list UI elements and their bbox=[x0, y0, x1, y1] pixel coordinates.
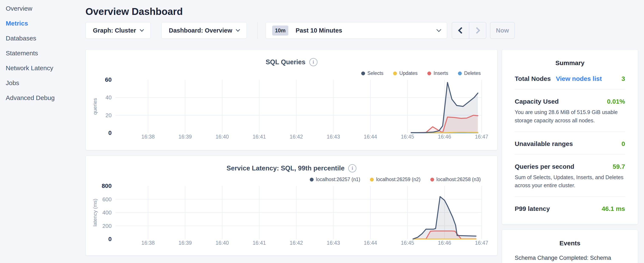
divider bbox=[515, 196, 625, 197]
events-panel: Events Schema Change Completed: Schema c… bbox=[502, 229, 638, 263]
x-tick-label: 16:46 bbox=[438, 134, 451, 140]
legend-label: localhost:26257 (n1) bbox=[316, 177, 360, 182]
content: SQL Queries i SelectsUpdatesInsertsDelet… bbox=[86, 49, 644, 263]
dashboard-dropdown[interactable]: Dashboard: Overview bbox=[161, 22, 247, 39]
sidebar-item-databases[interactable]: Databases bbox=[6, 35, 86, 42]
app-root: Overview Metrics Databases Statements Ne… bbox=[0, 0, 644, 263]
legend-item: localhost:26257 (n1) bbox=[310, 177, 360, 182]
summary-label: P99 latency bbox=[515, 205, 550, 212]
y-tick-label: 400 bbox=[102, 209, 112, 216]
legend-dot-icon bbox=[361, 72, 365, 75]
x-tick-label: 16:41 bbox=[252, 134, 266, 140]
chart-title: Service Latency: SQL, 99th percentile bbox=[227, 164, 345, 172]
chevron-right-icon bbox=[474, 27, 480, 34]
y-tick-label: 20 bbox=[106, 112, 112, 119]
legend-dot-icon bbox=[393, 72, 397, 75]
time-range-selector[interactable]: 10m Past 10 Minutes bbox=[266, 22, 447, 39]
sidebar-item-overview[interactable]: Overview bbox=[6, 5, 86, 12]
x-tick-label: 16:46 bbox=[438, 240, 451, 246]
x-tick-label: 16:41 bbox=[252, 240, 266, 246]
summary-description: You are using 28.6 MiB of 515.9 GiB usab… bbox=[515, 108, 625, 125]
chart-plot-sql-queries[interactable]: 16:3816:3916:4016:4116:4216:4316:4416:45… bbox=[86, 76, 498, 141]
divider bbox=[515, 154, 625, 154]
summary-label: Unavailable ranges bbox=[515, 140, 573, 147]
chart-card-service-latency: Service Latency: SQL, 99th percentile i … bbox=[86, 156, 498, 255]
summary-row-total-nodes: Total Nodes View nodes list 3 bbox=[515, 75, 625, 82]
legend-item: localhost:26259 (n2) bbox=[370, 177, 420, 182]
y-tick-label: 40 bbox=[106, 94, 112, 101]
graph-dropdown[interactable]: Graph: Cluster bbox=[86, 22, 151, 39]
legend-item: localhost:26258 (n3) bbox=[430, 177, 481, 182]
y-tick-label: 0 bbox=[108, 236, 112, 242]
x-tick-label: 16:43 bbox=[327, 134, 340, 140]
summary-label: Queries per second bbox=[515, 163, 574, 170]
summary-value: 3 bbox=[622, 75, 625, 82]
summary-label: Total Nodes bbox=[515, 75, 551, 82]
legend-dot-icon bbox=[310, 178, 314, 181]
chart-plot-service-latency[interactable]: 16:3816:3916:4016:4116:4216:4316:4416:45… bbox=[86, 182, 498, 248]
chart-legend: localhost:26257 (n1)localhost:26259 (n2)… bbox=[310, 177, 481, 182]
x-tick-label: 16:40 bbox=[216, 240, 229, 246]
y-axis-title: latency (ms) bbox=[92, 199, 98, 227]
info-icon[interactable]: i bbox=[309, 58, 318, 66]
chart-title: SQL Queries bbox=[266, 58, 305, 66]
toolbar: Graph: Cluster Dashboard: Overview 10m P… bbox=[86, 22, 644, 39]
y-tick-label: 0 bbox=[108, 130, 112, 136]
y-tick-label: 200 bbox=[102, 223, 112, 229]
y-tick-label: 60 bbox=[105, 76, 112, 83]
time-back-button[interactable] bbox=[452, 22, 469, 39]
legend-label: Inserts bbox=[434, 70, 448, 76]
sidebar-item-metrics[interactable]: Metrics bbox=[6, 20, 86, 27]
chart-legend: SelectsUpdatesInsertsDeletes bbox=[361, 70, 481, 76]
summary-value: 59.7 bbox=[613, 163, 625, 170]
x-tick-label: 16:44 bbox=[364, 134, 377, 140]
summary-panel: Summary Total Nodes View nodes list 3 Ca… bbox=[502, 49, 638, 224]
event-item-text[interactable]: Schema Change Completed: Schema change w… bbox=[515, 254, 625, 263]
x-tick-label: 16:42 bbox=[290, 240, 303, 246]
sidebar-item-advanced-debug[interactable]: Advanced Debug bbox=[6, 94, 86, 102]
x-tick-label: 16:47 bbox=[475, 240, 488, 246]
chevron-left-icon bbox=[458, 27, 465, 34]
legend-item: Selects bbox=[361, 70, 383, 76]
legend-item: Deletes bbox=[458, 70, 481, 76]
summary-row-capacity-used: Capacity Used 0.01% bbox=[515, 98, 625, 105]
x-tick-label: 16:43 bbox=[327, 240, 340, 246]
summary-row-p99-latency: P99 latency 46.1 ms bbox=[515, 205, 625, 212]
sidebar-item-jobs[interactable]: Jobs bbox=[6, 79, 86, 87]
time-forward-button[interactable] bbox=[469, 22, 486, 39]
legend-dot-icon bbox=[370, 178, 374, 181]
summary-value: 0 bbox=[622, 140, 625, 147]
view-nodes-list-link[interactable]: View nodes list bbox=[556, 75, 602, 82]
time-range-label: Past 10 Minutes bbox=[296, 27, 342, 34]
main-area: Overview Dashboard Graph: Cluster Dashbo… bbox=[86, 0, 644, 263]
page-title: Overview Dashboard bbox=[86, 6, 644, 18]
legend-label: Updates bbox=[399, 70, 418, 76]
now-button[interactable]: Now bbox=[490, 22, 515, 39]
legend-dot-icon bbox=[427, 72, 431, 75]
chevron-down-icon bbox=[436, 27, 442, 32]
time-pager bbox=[452, 22, 486, 39]
info-icon[interactable]: i bbox=[348, 164, 356, 172]
charts-column: SQL Queries i SelectsUpdatesInsertsDelet… bbox=[86, 49, 498, 255]
dashboard-dropdown-label: Dashboard: Overview bbox=[169, 27, 232, 34]
sidebar: Overview Metrics Databases Statements Ne… bbox=[0, 0, 86, 109]
toolbar-divider bbox=[258, 22, 258, 39]
sidebar-item-statements[interactable]: Statements bbox=[6, 49, 86, 57]
x-tick-label: 16:42 bbox=[290, 134, 303, 140]
x-tick-label: 16:38 bbox=[142, 134, 155, 140]
divider bbox=[515, 89, 625, 89]
sidebar-item-network-latency[interactable]: Network Latency bbox=[6, 64, 86, 72]
summary-value: 0.01% bbox=[607, 98, 625, 105]
x-tick-label: 16:39 bbox=[178, 240, 192, 246]
legend-dot-icon bbox=[430, 178, 434, 181]
y-tick-label: 600 bbox=[102, 196, 112, 203]
legend-item: Updates bbox=[393, 70, 418, 76]
events-title: Events bbox=[515, 230, 625, 247]
graph-dropdown-label: Graph: Cluster bbox=[93, 27, 136, 34]
chart-card-sql-queries: SQL Queries i SelectsUpdatesInsertsDelet… bbox=[86, 49, 498, 150]
x-tick-label: 16:44 bbox=[364, 240, 377, 246]
summary-row-queries-per-second: Queries per second 59.7 bbox=[515, 163, 625, 170]
legend-label: Selects bbox=[368, 70, 383, 76]
legend-item: Inserts bbox=[427, 70, 448, 76]
legend-dot-icon bbox=[458, 72, 462, 75]
